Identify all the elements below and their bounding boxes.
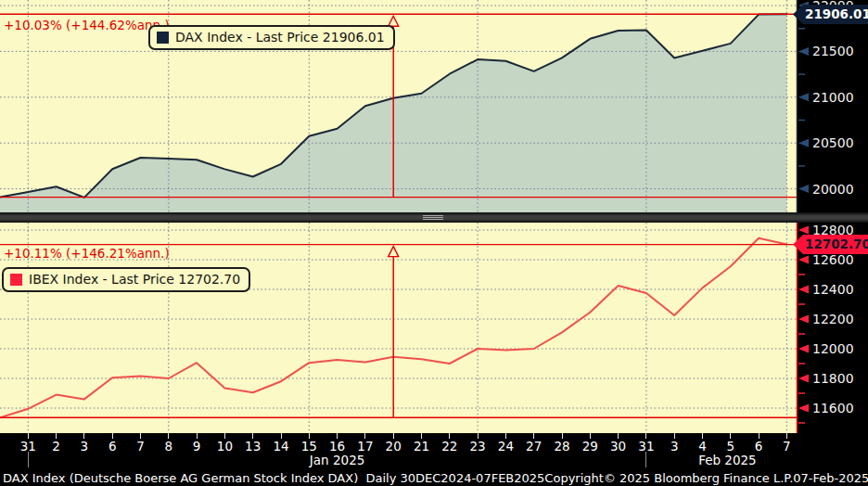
x-axis-label: 15: [301, 439, 317, 454]
dax-series-swatch-icon: [157, 32, 169, 44]
y-axis-label: 12000: [812, 341, 866, 356]
x-axis-label: 20: [386, 439, 402, 454]
y-axis-label: 12600: [812, 252, 866, 267]
ibex-last-price-tag: 12702.70: [793, 235, 868, 254]
ibex-series-swatch-icon: [10, 274, 22, 286]
x-axis-label: 22: [441, 439, 457, 454]
panel-divider: [0, 212, 868, 223]
status-timestamp: 07-Feb-2025 13:36:51: [793, 471, 868, 485]
ibex-legend[interactable]: IBEX Index - Last Price 12702.70: [2, 267, 250, 292]
status-copyright: Copyright© 2025 Bloomberg Finance L.P.: [544, 471, 793, 485]
x-axis-label: 8: [165, 439, 173, 454]
month-separator: [645, 452, 646, 467]
x-axis-label: 10: [217, 439, 233, 454]
month-separator: [28, 452, 29, 467]
bloomberg-chart-window: +10.03% (+144.62%ann.) DAX Index - Last …: [0, 0, 868, 486]
x-axis-label: 21: [414, 439, 429, 454]
x-axis-label: 3: [81, 439, 89, 454]
dax-change-annotation: +10.03% (+144.62%ann.): [4, 18, 170, 32]
x-axis-label: 23: [470, 439, 486, 454]
dax-legend[interactable]: DAX Index - Last Price 21906.01: [148, 25, 395, 50]
x-axis-label: 6: [108, 439, 117, 454]
status-bar: DAX Index (Deutsche Boerse AG German Sto…: [0, 470, 868, 486]
x-axis-label: 2: [52, 439, 60, 454]
x-axis-label: 7: [136, 439, 145, 454]
x-axis-label: 4: [698, 439, 707, 454]
month-range-label: Jan 2025: [310, 453, 364, 467]
y-axis-label: 20000: [812, 182, 866, 197]
x-axis-label: 16: [329, 439, 345, 454]
x-axis-label: 13: [245, 439, 261, 454]
x-axis-label: 17: [357, 439, 373, 454]
y-axis-label: 11800: [812, 371, 866, 386]
month-range-label: Feb 2025: [698, 453, 757, 467]
x-axis-label: 9: [193, 439, 201, 454]
x-axis-label: 29: [582, 439, 598, 454]
y-axis-label: 20500: [812, 135, 866, 150]
x-axis-label: 24: [498, 439, 514, 454]
x-axis: 3123678910131415161720212223242728293031…: [0, 433, 868, 470]
x-axis-label: 5: [727, 439, 735, 454]
y-axis-label: 21000: [812, 90, 866, 105]
ibex-legend-label: IBEX Index - Last Price 12702.70: [29, 272, 240, 287]
x-axis-label: 27: [526, 439, 542, 454]
y-axis-label: 21500: [812, 44, 866, 58]
y-axis-label: 12400: [812, 282, 866, 297]
x-axis-label: 6: [755, 439, 763, 454]
y-axis-label: 11600: [812, 401, 866, 416]
status-security-info: DAX Index (Deutsche Boerse AG German Sto…: [3, 471, 544, 485]
x-axis-label: 30: [610, 439, 626, 454]
panel-resize-handle-icon[interactable]: [423, 215, 443, 220]
dax-panel: +10.03% (+144.62%ann.) DAX Index - Last …: [0, 0, 868, 212]
x-axis-label: 7: [783, 439, 791, 454]
y-axis-label: 12200: [812, 312, 866, 326]
x-axis-label: 28: [554, 439, 569, 454]
dax-last-price-tag: 21906.01: [793, 5, 868, 24]
x-axis-label: 14: [273, 439, 288, 454]
x-axis-label: 3: [670, 439, 679, 454]
ibex-change-annotation: +10.11% (+146.21%ann.): [4, 246, 170, 261]
ibex-panel: +10.11% (+146.21%ann.) IBEX Index - Last…: [0, 223, 868, 433]
dax-legend-label: DAX Index - Last Price 21906.01: [175, 30, 385, 45]
